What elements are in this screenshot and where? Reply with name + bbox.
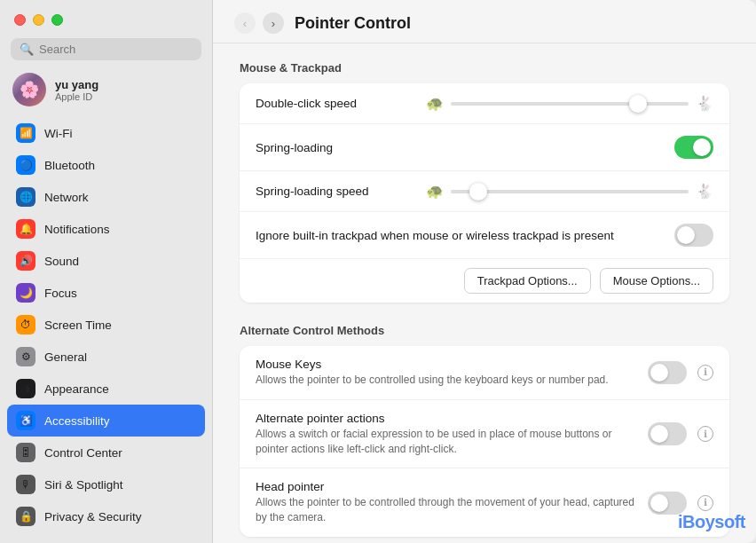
user-profile[interactable]: 🌸 yu yang Apple ID: [0, 67, 212, 115]
head-pointer-toggle[interactable]: [648, 492, 687, 515]
network-icon: 🌐: [16, 187, 35, 207]
mouse-keys-row: Mouse Keys Allows the pointer to be cont…: [240, 346, 729, 400]
sidebar-item-label-sound: Sound: [44, 255, 79, 268]
sidebar-item-label-accessibility: Accessibility: [44, 414, 110, 428]
alternate-pointer-toggle-thumb: [650, 425, 668, 443]
sidebar-item-label-control-center: Control Center: [44, 446, 122, 460]
fast-icon-2: 🐇: [696, 183, 713, 200]
trackpad-options-button[interactable]: Trackpad Options...: [464, 268, 591, 294]
spring-loading-speed-row: Spring-loading speed 🐢 🐇: [240, 171, 729, 212]
sidebar-item-siri-spotlight[interactable]: 🎙Siri & Spotlight: [7, 468, 205, 500]
spring-loading-row: Spring-loading: [240, 124, 729, 171]
bluetooth-icon: 🔵: [16, 155, 35, 175]
sidebar-item-wifi[interactable]: 📶Wi-Fi: [7, 117, 205, 149]
sidebar-item-label-network: Network: [44, 191, 89, 204]
control-center-icon: 🎛: [16, 443, 35, 462]
sidebar-item-privacy-security[interactable]: 🔒Privacy & Security: [7, 500, 205, 532]
search-input[interactable]: [39, 43, 193, 56]
sidebar-item-accessibility[interactable]: ♿Accessibility: [7, 405, 205, 437]
sidebar-item-label-general: General: [44, 350, 87, 364]
siri-spotlight-icon: 🎙: [16, 475, 35, 494]
slow-icon: 🐢: [426, 95, 444, 112]
alternate-pointer-info-icon[interactable]: ℹ: [697, 426, 713, 442]
mouse-keys-label: Mouse Keys: [256, 358, 637, 371]
sidebar-item-label-appearance: Appearance: [44, 382, 109, 396]
sidebar-item-network[interactable]: 🌐Network: [7, 181, 205, 213]
ignore-trackpad-toggle[interactable]: [674, 224, 713, 247]
avatar: 🌸: [12, 73, 46, 106]
alternate-pointer-desc: Allows a switch or facial expression to …: [256, 427, 637, 457]
back-button[interactable]: ‹: [234, 12, 256, 34]
sidebar-item-sound[interactable]: 🔊Sound: [7, 245, 205, 277]
head-pointer-desc: Allows the pointer to be controlled thro…: [256, 495, 637, 525]
sidebar-item-screen-time[interactable]: ⏱Screen Time: [7, 309, 205, 341]
traffic-lights: [0, 0, 212, 35]
head-pointer-row: Head pointer Allows the pointer to be co…: [240, 468, 729, 537]
sound-icon: 🔊: [16, 251, 35, 271]
sidebar-item-label-siri-spotlight: Siri & Spotlight: [44, 478, 123, 492]
alternate-pointer-toggle[interactable]: [648, 422, 687, 445]
double-click-speed-slider-container: 🐢 🐇: [426, 95, 713, 112]
section-mouse-trackpad-title: Mouse & Trackpad: [240, 61, 729, 75]
sidebar-item-notifications[interactable]: 🔔Notifications: [7, 213, 205, 245]
sidebar-item-control-center[interactable]: 🎛Control Center: [7, 437, 205, 468]
wifi-icon: 📶: [16, 123, 35, 143]
section-alternate-control-title: Alternate Control Methods: [240, 324, 729, 337]
sidebar-item-label-screen-time: Screen Time: [44, 319, 112, 332]
search-bar[interactable]: 🔍: [11, 38, 201, 60]
double-click-slider-thumb[interactable]: [629, 95, 647, 113]
privacy-security-icon: 🔒: [16, 507, 35, 526]
head-pointer-label: Head pointer: [256, 480, 637, 493]
ignore-trackpad-toggle-thumb: [677, 226, 695, 244]
spring-loading-slider-track[interactable]: [451, 190, 689, 193]
forward-button[interactable]: ›: [263, 12, 284, 34]
main-header: ‹ › Pointer Control: [213, 0, 756, 43]
slow-icon-2: 🐢: [426, 183, 444, 200]
user-info: yu yang Apple ID: [55, 78, 98, 102]
alternate-pointer-label: Alternate pointer actions: [256, 412, 637, 425]
sidebar-item-appearance[interactable]: ◑Appearance: [7, 373, 205, 405]
sidebar-item-focus[interactable]: 🌙Focus: [7, 277, 205, 309]
notifications-icon: 🔔: [16, 219, 35, 239]
spring-loading-toggle-thumb: [693, 138, 711, 156]
spring-loading-toggle[interactable]: [674, 136, 713, 159]
sidebar-item-general[interactable]: ⚙General: [7, 341, 205, 373]
head-pointer-info-icon[interactable]: ℹ: [697, 495, 713, 511]
spring-loading-slider-thumb[interactable]: [469, 183, 487, 201]
watermark: iBoysoft: [678, 512, 745, 532]
sidebar-item-label-notifications: Notifications: [44, 223, 110, 236]
spring-loading-label: Spring-loading: [256, 141, 415, 154]
sidebar: 🔍 🌸 yu yang Apple ID 📶Wi-Fi🔵Bluetooth🌐Ne…: [0, 0, 213, 543]
user-name: yu yang: [55, 78, 98, 91]
alternate-control-card: Mouse Keys Allows the pointer to be cont…: [240, 346, 729, 537]
focus-icon: 🌙: [16, 283, 35, 303]
screen-time-icon: ⏱: [16, 315, 35, 334]
general-icon: ⚙: [16, 347, 35, 366]
head-pointer-toggle-thumb: [650, 494, 668, 512]
mouse-keys-toggle[interactable]: [648, 361, 687, 384]
main-panel: ‹ › Pointer Control Mouse & Trackpad Dou…: [213, 0, 756, 543]
double-click-speed-row: Double-click speed 🐢 🐇: [240, 83, 729, 124]
minimize-button[interactable]: [33, 14, 44, 26]
search-icon: 🔍: [20, 43, 34, 56]
ignore-trackpad-label: Ignore built-in trackpad when mouse or w…: [256, 229, 664, 242]
mouse-keys-desc: Allows the pointer to be controlled usin…: [256, 373, 637, 388]
maximize-button[interactable]: [51, 14, 63, 26]
sidebar-item-bluetooth[interactable]: 🔵Bluetooth: [7, 149, 205, 181]
mouse-keys-info-icon[interactable]: ℹ: [697, 365, 713, 381]
close-button[interactable]: [14, 14, 26, 26]
sidebar-list: 📶Wi-Fi🔵Bluetooth🌐Network🔔Notifications🔊S…: [0, 115, 212, 543]
alternate-pointer-row: Alternate pointer actions Allows a switc…: [240, 400, 729, 469]
main-content: Mouse & Trackpad Double-click speed 🐢 🐇 …: [213, 43, 756, 543]
sidebar-item-label-bluetooth: Bluetooth: [44, 159, 95, 172]
sidebar-item-label-focus: Focus: [44, 287, 77, 300]
appearance-icon: ◑: [16, 379, 35, 398]
double-click-speed-label: Double-click speed: [256, 97, 415, 110]
mouse-options-button[interactable]: Mouse Options...: [600, 268, 713, 294]
fast-icon: 🐇: [696, 95, 713, 112]
ignore-trackpad-label-wrap: Ignore built-in trackpad when mouse or w…: [256, 229, 664, 242]
sidebar-item-label-privacy-security: Privacy & Security: [44, 510, 142, 523]
user-subtitle: Apple ID: [55, 91, 98, 102]
sidebar-item-label-wifi: Wi-Fi: [44, 127, 72, 140]
double-click-slider-track[interactable]: [451, 102, 689, 106]
